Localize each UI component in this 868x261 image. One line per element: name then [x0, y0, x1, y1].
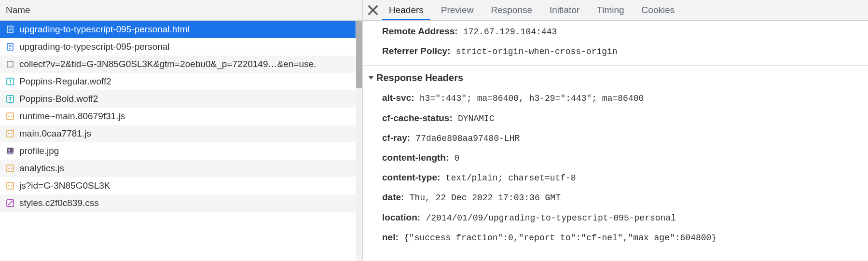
header-value: Thu, 22 Dec 2022 17:03:36 GMT: [410, 193, 561, 203]
js-icon: [6, 112, 14, 121]
request-row[interactable]: TPoppins-Regular.woff2: [0, 73, 362, 90]
tab-initiator[interactable]: Initiator: [541, 0, 588, 20]
request-row[interactable]: main.0caa7781.js: [0, 125, 362, 142]
request-label: js?id=G-3N85G0SL3K: [19, 180, 110, 191]
header-row: location: /2014/01/09/upgrading-to-types…: [382, 208, 859, 228]
img-icon: [6, 147, 14, 155]
network-request-list-panel: Name upgrading-to-typescript-095-persona…: [0, 0, 363, 261]
header-row: cf-cache-status: DYNAMIC: [382, 109, 859, 128]
doc-icon: [6, 25, 14, 34]
disclosure-triangle-icon: [369, 76, 373, 80]
request-label: upgrading-to-typescript-095-personal: [19, 41, 170, 52]
header-row: date: Thu, 22 Dec 2022 17:03:36 GMT: [382, 188, 859, 207]
column-header-name[interactable]: Name: [0, 0, 362, 21]
request-row[interactable]: upgrading-to-typescript-095-personal.htm…: [0, 21, 362, 38]
js-icon: [6, 129, 14, 138]
request-row[interactable]: runtime~main.80679f31.js: [0, 108, 362, 125]
tab-cookies[interactable]: Cookies: [633, 0, 684, 20]
header-key: cf-cache-status:: [382, 113, 453, 123]
header-row: alt-svc: h3=":443"; ma=86400, h3-29=":44…: [382, 88, 859, 108]
general-headers-block: Remote Address: 172.67.129.104:443Referr…: [363, 21, 868, 62]
scrollbar-thumb[interactable]: [356, 21, 362, 88]
svg-point-22: [8, 168, 9, 169]
request-label: main.0caa7781.js: [19, 128, 91, 139]
request-detail-panel: HeadersPreviewResponseInitiatorTimingCoo…: [363, 0, 868, 261]
request-label: profile.jpg: [19, 146, 59, 156]
response-headers-block: alt-svc: h3=":443"; ma=86400, h3-29=":44…: [363, 87, 868, 248]
svg-rect-13: [7, 113, 14, 120]
svg-point-26: [11, 185, 12, 186]
js-icon: [6, 181, 14, 190]
detail-body: Remote Address: 172.67.129.104:443Referr…: [363, 21, 868, 261]
svg-point-17: [8, 133, 9, 134]
svg-point-15: [11, 116, 12, 117]
tab-response[interactable]: Response: [482, 0, 541, 20]
header-row: content-type: text/plain; charset=utf-8: [382, 168, 859, 188]
css-icon: [6, 199, 14, 207]
request-label: Poppins-Bold.woff2: [19, 94, 98, 104]
header-key: content-type:: [382, 172, 440, 182]
svg-rect-24: [7, 182, 14, 189]
svg-rect-16: [7, 130, 14, 137]
header-value: {"success_fraction":0,"report_to":"cf-ne…: [404, 233, 716, 243]
header-row: Remote Address: 172.67.129.104:443: [382, 22, 859, 41]
request-row[interactable]: styles.c2f0c839.css: [0, 194, 362, 212]
request-row[interactable]: upgrading-to-typescript-095-personal: [0, 38, 362, 55]
header-key: alt-svc:: [382, 93, 414, 103]
request-label: collect?v=2&tid=G-3N85G0SL3K&gtm=2oebu0&…: [19, 59, 316, 69]
request-label: analytics.js: [19, 163, 64, 174]
header-row: content-length: 0: [382, 148, 859, 168]
header-value: 77da6e898aa97480-LHR: [415, 134, 520, 143]
beacon-icon: [6, 60, 14, 69]
request-label: runtime~main.80679f31.js: [19, 111, 125, 122]
header-key: location:: [382, 212, 420, 222]
header-value: text/plain; charset=utf-8: [446, 173, 576, 183]
header-key: date:: [382, 192, 404, 202]
font-icon: T: [6, 95, 14, 103]
font-icon: T: [6, 77, 14, 86]
header-key: Remote Address:: [382, 26, 458, 36]
header-value: strict-origin-when-cross-origin: [456, 47, 618, 56]
header-value: h3=":443"; ma=86400, h3-29=":443"; ma=86…: [420, 94, 644, 103]
header-row: cf-ray: 77da6e898aa97480-LHR: [382, 128, 859, 148]
column-header-label: Name: [6, 5, 30, 15]
request-row[interactable]: analytics.js: [0, 160, 362, 177]
response-headers-title: Response Headers: [376, 72, 463, 83]
header-key: cf-ray:: [382, 133, 410, 143]
request-list: upgrading-to-typescript-095-personal.htm…: [0, 21, 362, 261]
header-key: Referrer Policy:: [382, 46, 451, 56]
request-label: upgrading-to-typescript-095-personal.htm…: [19, 24, 190, 35]
svg-point-25: [8, 185, 9, 186]
svg-text:T: T: [9, 96, 12, 102]
request-label: styles.c2f0c839.css: [19, 198, 99, 208]
header-value: 0: [455, 153, 460, 163]
header-value: 172.67.129.104:443: [463, 27, 557, 37]
request-row[interactable]: js?id=G-3N85G0SL3K: [0, 177, 362, 194]
svg-point-14: [8, 116, 9, 117]
header-key: nel:: [382, 232, 399, 242]
header-key: content-length:: [382, 152, 449, 163]
doc-icon: [6, 42, 14, 51]
response-headers-section[interactable]: Response Headers: [363, 65, 868, 87]
svg-rect-8: [7, 61, 13, 67]
scrollbar-track[interactable]: [356, 21, 362, 261]
svg-point-20: [8, 149, 10, 151]
svg-point-18: [11, 133, 12, 134]
tab-preview[interactable]: Preview: [432, 0, 482, 20]
tab-timing[interactable]: Timing: [588, 0, 633, 20]
tab-headers[interactable]: Headers: [380, 0, 432, 20]
svg-text:T: T: [9, 79, 12, 84]
close-icon[interactable]: [366, 0, 380, 20]
svg-point-23: [11, 168, 12, 169]
request-row[interactable]: profile.jpg: [0, 142, 362, 160]
request-row[interactable]: collect?v=2&tid=G-3N85G0SL3K&gtm=2oebu0&…: [0, 55, 362, 73]
header-row: Referrer Policy: strict-origin-when-cros…: [382, 41, 859, 61]
header-value: /2014/01/09/upgrading-to-typescript-095-…: [426, 213, 675, 223]
request-label: Poppins-Regular.woff2: [19, 76, 111, 87]
js-icon: [6, 164, 14, 173]
header-value: DYNAMIC: [458, 114, 495, 124]
detail-tab-bar: HeadersPreviewResponseInitiatorTimingCoo…: [363, 0, 868, 21]
header-row: nel: {"success_fraction":0,"report_to":"…: [382, 228, 859, 247]
svg-rect-21: [7, 165, 14, 172]
request-row[interactable]: TPoppins-Bold.woff2: [0, 90, 362, 108]
